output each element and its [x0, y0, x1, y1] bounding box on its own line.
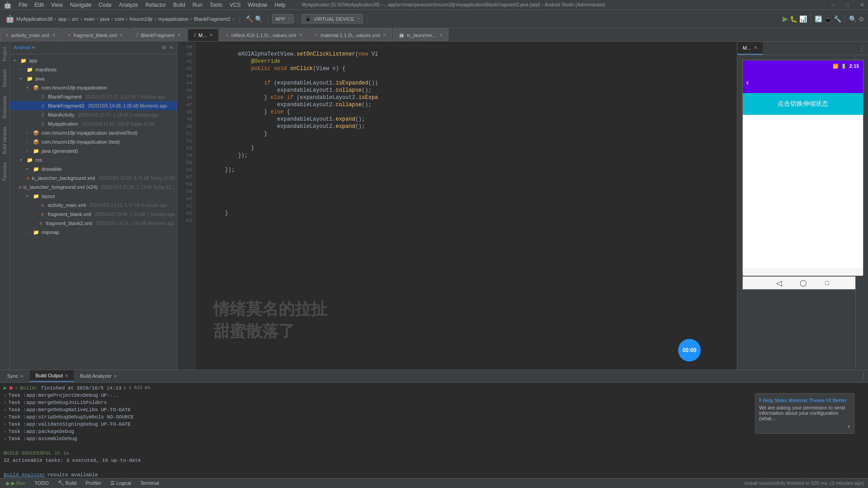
sidebar-settings-icon[interactable]: ⚙ [162, 45, 166, 51]
tree-item-test[interactable]: › 📦 com.hnucm18jr.myapplication (test) [10, 137, 177, 146]
device-tab-active[interactable]: M... ✕ [737, 42, 763, 55]
tab-close-icon3[interactable]: ✕ [177, 33, 181, 38]
tree-item-fragment-xml[interactable]: ≡ fragment_blank.xml 2020/10/5 13:48, 1.… [10, 210, 177, 219]
run-btn[interactable]: ▶ [783, 14, 788, 23]
tab-blank-fragment[interactable]: J BlankFragment ✕ [130, 28, 187, 41]
run-profiler-btn[interactable]: Profiler [83, 479, 104, 487]
tab-activity-main[interactable]: ≡ activity_main.xml ✕ [0, 28, 61, 41]
device-dropdown[interactable]: 📱 VIRTUAL DEVICE ▾ [302, 14, 363, 23]
tab-m-active[interactable]: J M... ✕ [188, 28, 219, 41]
notif-expand-icon[interactable]: ▾ [848, 424, 850, 430]
menu-vcs[interactable]: VCS [230, 2, 241, 8]
tree-item-main-activity[interactable]: J MainActivity 2020/10/5 13:57, 1.18 kB … [10, 110, 177, 119]
tab-close-icon5[interactable]: ✕ [299, 33, 302, 38]
device-tab-close-icon[interactable]: ✕ [754, 45, 757, 50]
tree-item-ic-bg[interactable]: ≡ ic_launcher_background.xml 2020/10/4 2… [10, 174, 177, 183]
code-area[interactable]: 39 40 41 42 43 44 45 46 47 48 49 50 51 5… [177, 42, 737, 370]
menu-edit[interactable]: Edit [34, 2, 44, 8]
collapse-arrow-icon2[interactable]: › [4, 399, 7, 406]
close-btn[interactable]: ✕ [860, 2, 864, 8]
settings-icon[interactable]: ⚙ [859, 15, 864, 23]
bottom-tab-build-close[interactable]: ✕ [65, 373, 68, 378]
collapse-arrow-icon3[interactable]: › [4, 406, 7, 413]
sidebar-close-icon[interactable]: ✕ [169, 45, 173, 51]
edge-tab-structure[interactable]: Structure [1, 66, 9, 91]
search-everywhere-btn[interactable]: 🔍 [849, 15, 857, 23]
bottom-panel-menu-icon[interactable]: ⋮ [861, 373, 866, 379]
tree-item-myapp[interactable]: J Myapplication 2020/10/5 11:55, 368 B T… [10, 119, 177, 128]
tree-item-android-test[interactable]: › 📦 com.hnucm18jr.myapplication (android… [10, 128, 177, 137]
tab-close-icon4[interactable]: ✕ [209, 33, 213, 38]
bottom-tab-sync-close[interactable]: ✕ [20, 374, 24, 379]
bottom-tab-analyzer-close[interactable]: ✕ [113, 374, 117, 379]
run-terminal-btn[interactable]: Terminal [137, 479, 162, 487]
menu-navigate[interactable]: Navigate [70, 2, 91, 8]
tree-item-java[interactable]: ▾ 📁 java [10, 74, 177, 83]
bottom-tab-sync[interactable]: Sync ✕ [2, 370, 29, 382]
menu-window[interactable]: Window [248, 2, 267, 8]
device-toggle-button[interactable]: 点击切换伸缩状态 [743, 93, 863, 115]
collapse-arrow-icon6[interactable]: › [4, 428, 7, 435]
back-nav-icon[interactable]: ◁ [776, 279, 782, 287]
menu-build[interactable]: Build [173, 2, 185, 8]
build-stop-icon[interactable]: ⏹ [9, 385, 14, 392]
collapse-arrow-icon[interactable]: › [4, 392, 7, 399]
menu-refactor[interactable]: Refactor [146, 2, 166, 8]
tab-close-icon7[interactable]: ✕ [439, 33, 443, 38]
menu-help[interactable]: Help [274, 2, 286, 8]
tree-item-manifests[interactable]: › 📁 manifests [10, 65, 177, 74]
build-run-icon[interactable]: ▶ [4, 385, 7, 392]
edge-tab-bookmarks[interactable]: Bookmarks [1, 92, 9, 122]
minimize-btn[interactable]: ─ [831, 2, 835, 8]
tree-item-ic-fg[interactable]: ≡ ic_launcher_foreground.xml (v24) 2020/… [10, 183, 177, 192]
build-analyzer-link[interactable]: Build Analyzer [4, 471, 45, 478]
run-run-btn[interactable]: ▶ ▶ Run [4, 479, 28, 487]
android-dropdown[interactable]: Android ▾ [14, 45, 35, 51]
menu-code[interactable]: Code [99, 2, 112, 8]
tree-item-app[interactable]: ▾ 📁 app [10, 56, 177, 65]
tab-values1[interactable]: ≡ otified-XUI-1.1.5\...values.xml ✕ [220, 28, 308, 41]
tree-item-mipmap[interactable]: › 📁 mipmap [10, 228, 177, 237]
profile-btn[interactable]: 📊 [799, 15, 807, 23]
edge-tab-project[interactable]: Project [1, 43, 9, 65]
tree-item-java-gen[interactable]: › 📁 java (generated) [10, 146, 177, 155]
collapse-arrow-icon5[interactable]: › [4, 421, 7, 428]
tab-values2[interactable]: ≡ material-1.1.0\...values.xml ✕ [309, 28, 392, 41]
avd-btn[interactable]: 📱 [824, 15, 832, 23]
circular-timer[interactable]: 00:00 [678, 339, 701, 361]
tree-item-fragment2-xml[interactable]: ≡ fragment_blank2.xml 2020/10/5 14:15, 2… [10, 219, 177, 228]
tab-close-icon6[interactable]: ✕ [382, 33, 386, 38]
menu-file[interactable]: File [19, 2, 27, 8]
code-content[interactable]: mXUIAlphaTextView.setOnClickListener(new… [195, 42, 737, 370]
run-config-dropdown[interactable]: APP ▾ [272, 14, 294, 23]
restore-btn[interactable]: □ [846, 2, 849, 8]
bottom-tab-build-output[interactable]: Build Output ✕ [30, 370, 74, 382]
tree-item-res[interactable]: ▾ 📁 res [10, 155, 177, 164]
menu-analyze[interactable]: Analyze [119, 2, 138, 8]
home-nav-icon[interactable]: ◯ [800, 279, 807, 286]
toolbar-icon2[interactable]: 🔍 [255, 15, 263, 23]
run-logcat-btn[interactable]: ☰ Logcat [108, 479, 134, 487]
tree-item-activity-xml[interactable]: ≡ activity_main.xml 2020/10/5 14:12, 1.1… [10, 201, 177, 210]
tree-item-blank-fragment2[interactable]: J BlankFragment2 2020/10/5 14:08, 1.05 k… [10, 101, 177, 110]
tree-item-package[interactable]: ▾ 📦 com.hnucm18jr.myapplication [10, 83, 177, 92]
debug-btn[interactable]: 🐛 [790, 15, 797, 23]
sync-btn[interactable]: 🔄 [815, 15, 822, 23]
recents-nav-icon[interactable]: □ [825, 279, 829, 286]
menu-view[interactable]: View [51, 2, 63, 8]
tab-fragment-blank[interactable]: ≡ fragment_blank.xml ✕ [62, 28, 129, 41]
collapse-arrow-icon4[interactable]: › [4, 413, 7, 421]
tab-ic-launcher[interactable]: 🤖 ic_launcher... ✕ [393, 28, 448, 41]
run-todo-btn[interactable]: TODO [32, 479, 52, 487]
tab-close-icon[interactable]: ✕ [52, 33, 56, 38]
device-back-btn[interactable]: ‹ [746, 78, 749, 87]
menu-tools[interactable]: Tools [210, 2, 222, 8]
device-menu-icon[interactable]: ⋮ [859, 45, 864, 52]
tab-close-icon2[interactable]: ✕ [119, 33, 123, 38]
menu-run[interactable]: Run [193, 2, 203, 8]
collapse-arrow-icon7[interactable]: › [4, 435, 7, 442]
run-build-btn[interactable]: 🔨 Build [55, 479, 79, 487]
tree-item-drawable[interactable]: ▾ 📁 drawable [10, 164, 177, 174]
tree-item-layout[interactable]: ▾ 📁 layout [10, 192, 177, 201]
edge-tab-favorites[interactable]: Favorites [1, 159, 9, 184]
